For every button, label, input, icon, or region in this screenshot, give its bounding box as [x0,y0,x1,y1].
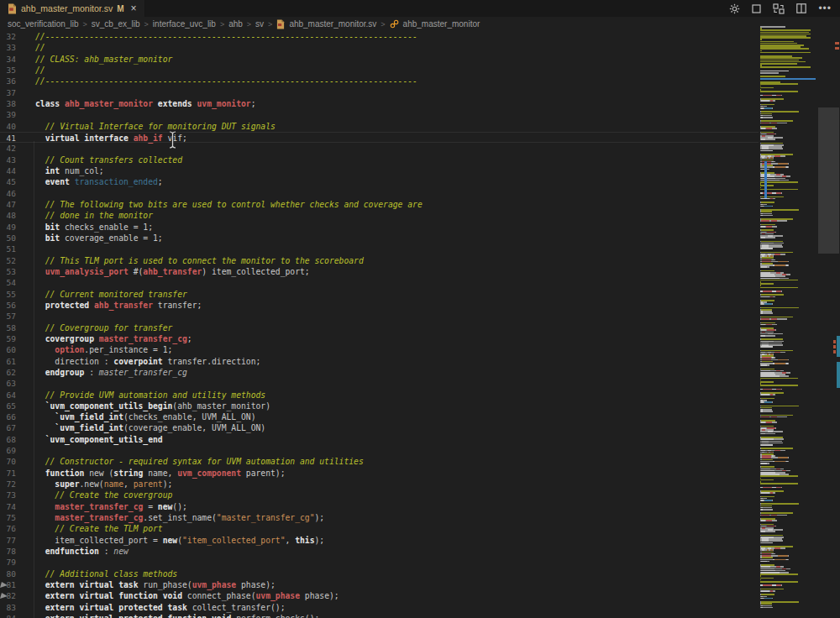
code-line[interactable]: 41 virtual interface ahb_if vif; [0,132,759,143]
code-line[interactable]: 43 // Count transfers collected [0,154,759,165]
code-line[interactable]: 73 // Create the covergroup [0,490,759,500]
code-line[interactable]: 84 extern virtual protected function voi… [0,613,759,618]
code-line[interactable]: 75 master_transfer_cg.set_inst_name("mas… [0,512,759,523]
gutter-arrow-icon[interactable] [0,581,8,589]
modified-badge: M [117,4,123,13]
code-line[interactable]: 44 int num_col; [0,165,759,176]
close-icon[interactable]: × [130,3,136,13]
code-line[interactable]: 49 bit checks_enable = 1; [0,222,759,233]
code-text: bit checks_enable = 1; [35,222,153,233]
line-number: 78 [0,546,16,557]
breadcrumb-file[interactable]: ahb_master_monitor.sv [289,19,376,29]
breadcrumb-item[interactable]: interface_uvc_lib [153,19,216,29]
overview-ruler-mark [837,362,840,388]
line-number: 83 [0,602,16,613]
breadcrumb-symbol[interactable]: ahb_master_monitor [403,19,480,29]
breadcrumb-item[interactable]: ahb [228,19,243,29]
code-text: protected ahb_transfer transfer; [35,300,202,311]
code-line[interactable]: 82 extern virtual function void connect_… [0,590,759,601]
breadcrumb-item[interactable]: soc_verification_lib [8,19,79,29]
overview-ruler-mark [833,350,836,354]
code-line[interactable]: 42 [0,143,759,154]
line-number: 48 [0,210,16,221]
code-line[interactable]: 57 [0,311,759,322]
code-line[interactable]: 32//------------------------------------… [0,31,759,42]
code-line[interactable]: 68 `uvm_component_utils_end [0,434,759,445]
code-line[interactable]: 60 option.per_instance = 1; [0,344,759,355]
minimap-line [760,37,816,39]
code-line[interactable]: 72 super.new(name, parent); [0,479,759,490]
code-line[interactable]: 51 [0,244,759,254]
code-line[interactable]: 76 // Create the TLM port [0,523,759,534]
code-line[interactable]: 78 endfunction : new [0,546,759,557]
code-line[interactable]: 54 [0,277,759,288]
code-line[interactable]: 61 direction : coverpoint transfer.direc… [0,356,759,367]
code-line[interactable]: 58 // Covergroup for transfer [0,322,759,333]
code-line[interactable]: 36//------------------------------------… [0,76,759,86]
overview-ruler-mark [833,345,836,348]
code-line[interactable]: 77 item_collected_port = new("item_colle… [0,535,759,546]
minimap-line [760,52,816,54]
line-number: 50 [0,233,16,244]
code-line[interactable]: 56 protected ahb_transfer transfer; [0,300,759,311]
code-line[interactable]: 67 `uvm_field_int(coverage_enable, UVM_A… [0,422,759,433]
settings-gear-icon[interactable] [729,3,740,14]
code-line[interactable]: 50 bit coverage_enable = 1; [0,233,759,244]
code-line[interactable]: 47 // The following two bits are used to… [0,199,759,210]
code-line[interactable]: 38class ahb_master_monitor extends uvm_m… [0,98,759,109]
minimap[interactable] [760,26,816,618]
code-line[interactable]: 59 covergroup master_transfer_cg; [0,333,759,344]
code-line[interactable]: 71 function new (string name, uvm_compon… [0,468,759,479]
code-line[interactable]: 64 // Provide UVM automation and utility… [0,390,759,401]
line-number: 63 [0,378,16,389]
chevron-right-icon: > [268,20,272,29]
code-line[interactable]: 35// [0,65,759,76]
code-line[interactable]: 79 [0,557,759,568]
line-number: 36 [0,76,16,86]
code-text: // done in the monitor [35,210,153,221]
line-number: 53 [0,266,16,277]
code-line[interactable]: 66 `uvm_field_int(checks_enable, UVM_ALL… [0,411,759,422]
code-line[interactable]: 48 // done in the monitor [0,210,759,221]
code-line[interactable]: 46 [0,188,759,199]
code-line[interactable]: 65 `uvm_component_utils_begin(ahb_master… [0,401,759,411]
code-line[interactable]: 83 extern virtual protected task collect… [0,602,759,613]
code-line[interactable]: 37 [0,87,759,98]
square-outline-icon[interactable] [752,4,761,13]
overview-ruler-mark [835,47,839,50]
line-number: 39 [0,109,16,120]
code-line[interactable]: 81 extern virtual task run_phase(uvm_pha… [0,579,759,590]
code-line[interactable]: 39 [0,109,759,120]
breadcrumb-item[interactable]: sv_cb_ex_lib [92,19,140,29]
open-changes-icon[interactable] [773,3,785,14]
code-line[interactable]: 45 event transaction_ended; [0,176,759,187]
code-line[interactable]: 80 // Additional class methods [0,568,759,579]
code-text: // Provide UVM automation and utility me… [35,390,265,401]
code-line[interactable]: 62 endgroup : master_transfer_cg [0,367,759,378]
minimap-line [760,66,816,68]
line-number: 80 [0,568,16,579]
code-line[interactable]: 33// [0,42,759,53]
code-editor[interactable]: 32//------------------------------------… [0,31,759,618]
code-line[interactable]: 69 [0,445,759,456]
split-editor-icon[interactable] [796,3,806,13]
code-line[interactable]: 55 // Current monitored transfer [0,289,759,300]
code-line[interactable]: 52 // This TLM port is used to connect t… [0,255,759,266]
line-number: 58 [0,322,16,333]
code-line[interactable]: 70 // Constructor - required syntax for … [0,456,759,467]
code-line[interactable]: 40 // Virtual Interface for monitoring D… [0,121,759,132]
line-number: 42 [0,143,16,154]
code-line[interactable]: 63 [0,378,759,389]
scrollbar-thumb[interactable] [818,107,839,254]
gutter-arrow-icon[interactable] [0,592,8,600]
more-actions-icon[interactable]: ••• [818,3,832,13]
code-text: // Create the covergroup [35,490,172,500]
line-number: 64 [0,390,16,401]
breadcrumb-item[interactable]: sv [255,19,264,29]
tab-ahb-master-monitor[interactable]: ahb_master_monitor.sv M × [0,0,145,17]
code-line[interactable]: 34// CLASS: ahb_master_monitor [0,54,759,65]
code-text: extern virtual function void connect_pha… [35,590,339,601]
code-line[interactable]: 74 master_transfer_cg = new(); [0,501,759,512]
line-number: 34 [0,54,16,65]
code-line[interactable]: 53 uvm_analysis_port #(ahb_transfer) ite… [0,266,759,277]
